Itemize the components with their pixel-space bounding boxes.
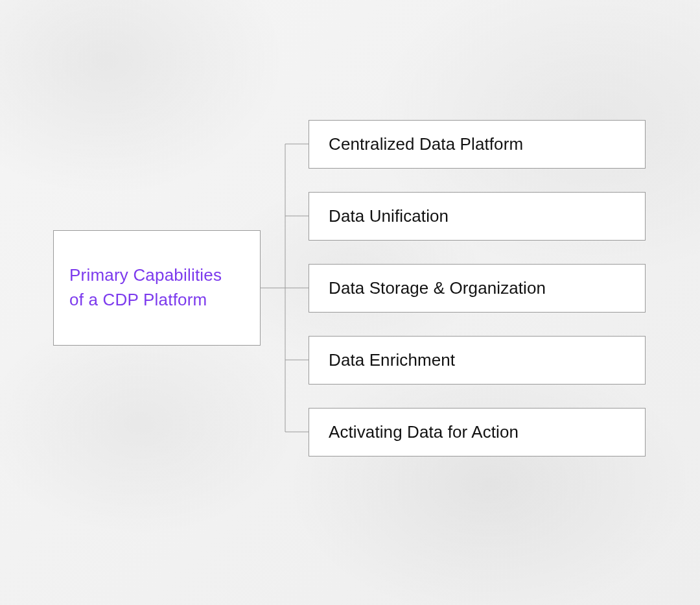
child-node-label: Centralized Data Platform xyxy=(329,134,523,154)
child-node-3: Data Enrichment xyxy=(309,336,646,385)
root-node: Primary Capabilities of a CDP Platform xyxy=(53,230,261,346)
root-title-line-2: of a CDP Platform xyxy=(69,290,207,309)
child-node-label: Activating Data for Action xyxy=(329,422,519,442)
child-node-label: Data Storage & Organization xyxy=(329,278,546,298)
child-node-label: Data Unification xyxy=(329,206,449,226)
child-node-label: Data Enrichment xyxy=(329,350,455,370)
child-node-2: Data Storage & Organization xyxy=(309,264,646,313)
child-node-1: Data Unification xyxy=(309,192,646,241)
child-node-4: Activating Data for Action xyxy=(309,408,646,457)
child-node-0: Centralized Data Platform xyxy=(309,120,646,169)
root-title-line-1: Primary Capabilities xyxy=(69,265,222,285)
root-node-title: Primary Capabilities of a CDP Platform xyxy=(69,263,222,312)
